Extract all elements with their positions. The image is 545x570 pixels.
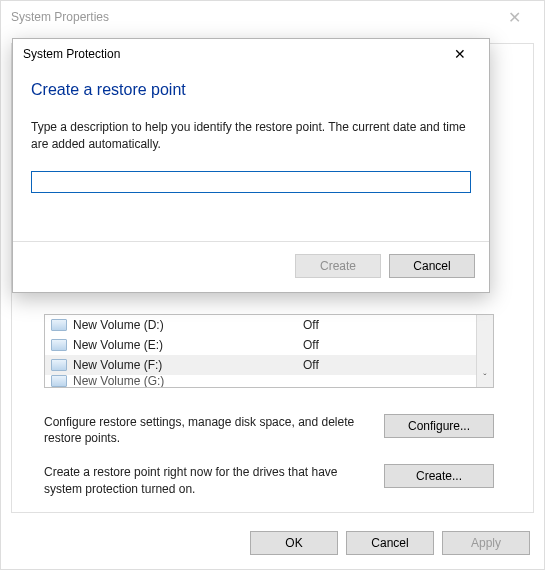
drive-icon [51,359,67,371]
table-row[interactable]: New Volume (E:) Off [45,335,493,355]
dialog-instruction: Type a description to help you identify … [31,119,471,153]
scrollbar[interactable]: ˇ [476,315,493,387]
chevron-down-icon[interactable]: ˇ [477,370,493,387]
dialog-footer: Create Cancel [13,241,489,292]
protection-settings-area: Configure restore settings, manage disk … [44,404,494,515]
dialog-button-row: OK Cancel Apply [250,531,530,555]
apply-button: Apply [442,531,530,555]
dialog-title: System Protection [23,47,439,61]
table-row[interactable]: New Volume (D:) Off [45,315,493,335]
close-icon[interactable]: ✕ [494,8,534,27]
create-restore-button[interactable]: Create... [384,464,494,488]
dialog-heading: Create a restore point [31,81,471,99]
configure-description: Configure restore settings, manage disk … [44,414,368,446]
system-properties-title: System Properties [11,10,494,24]
close-icon[interactable]: ✕ [439,42,481,66]
create-button[interactable]: Create [295,254,381,278]
drive-icon [51,319,67,331]
drive-name: New Volume (D:) [73,318,303,332]
cancel-button[interactable]: Cancel [389,254,475,278]
dialog-content: Create a restore point Type a descriptio… [13,69,489,193]
restore-point-description-input[interactable] [31,171,471,193]
drive-icon [51,375,67,387]
table-row[interactable]: New Volume (F:) Off [45,355,493,375]
drive-name: New Volume (E:) [73,338,303,352]
drive-name: New Volume (G:) [73,375,303,387]
system-protection-dialog: System Protection ✕ Create a restore poi… [12,38,490,293]
ok-button[interactable]: OK [250,531,338,555]
configure-button[interactable]: Configure... [384,414,494,438]
drive-status: Off [303,338,493,352]
drive-table: New Volume (D:) Off New Volume (E:) Off … [44,314,494,388]
drive-name: New Volume (F:) [73,358,303,372]
cancel-button[interactable]: Cancel [346,531,434,555]
create-description: Create a restore point right now for the… [44,464,368,496]
drive-icon [51,339,67,351]
table-row[interactable]: New Volume (G:) [45,375,493,387]
drive-status: Off [303,358,493,372]
drive-status: Off [303,318,493,332]
system-properties-titlebar: System Properties ✕ [1,1,544,33]
dialog-titlebar: System Protection ✕ [13,39,489,69]
